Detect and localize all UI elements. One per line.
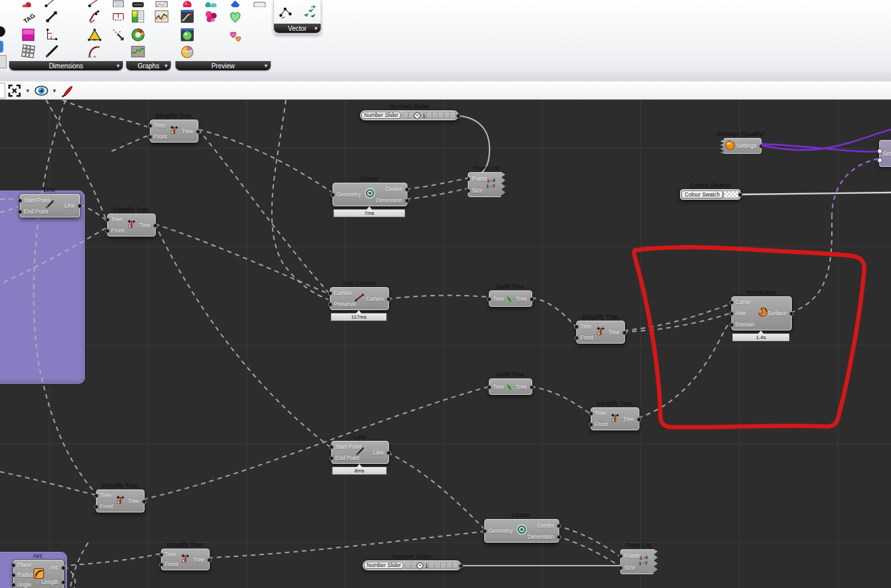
toolbar-tab-graphs[interactable]: Graphs▾ [126,61,171,70]
toolbar-tab-vector[interactable]: Vector▾ [274,24,321,33]
toolbar-icon-line-chart[interactable] [154,9,170,24]
component-join-curves[interactable]: CurvesPreserveCurves [330,287,389,310]
port[interactable] [386,451,391,455]
toolbar-icon-pie-donut[interactable] [130,27,146,43]
wire-endpoint[interactable] [877,158,882,163]
component-number-slider-1[interactable]: Number Slider1 [360,110,459,120]
partial-button[interactable] [0,83,5,99]
component-settings-quality[interactable]: Settings [720,138,762,154]
port[interactable] [759,144,764,148]
toolbar-icon-hearts-small[interactable] [227,27,243,43]
toolbar-icon-arc-dim[interactable]: + [87,43,103,59]
partial-icon[interactable] [0,41,3,53]
component-graft-tree-2[interactable]: TreeTree [489,378,532,395]
component-simplify-tree-5[interactable]: TreeFrontTree [96,489,145,512]
toolbar-icon-tag[interactable]: TAG [20,9,36,24]
slider-knob[interactable] [413,111,422,120]
port[interactable] [105,217,110,222]
port[interactable] [159,553,164,557]
port[interactable] [729,323,734,327]
component-center-2[interactable]: GeometryCenterDimension [484,519,559,543]
node-canvas[interactable]: Simplify TreeTreeFrontTreeSimplify TreeT… [0,100,891,588]
toolbar-icon-sphere-pie[interactable] [179,43,195,59]
toolbar-icon-checker[interactable] [20,43,36,59]
toolbar-icon-black-bar[interactable] [130,0,146,7]
component-simplify-tree-2[interactable]: TreeFrontTree [107,214,156,237]
component-graft-tree-1[interactable]: TreeTree [489,290,532,307]
component-line-2[interactable]: Start PointEnd PointLine [331,441,389,464]
port[interactable] [589,411,593,416]
port[interactable] [557,535,561,539]
component-arc[interactable]: PlaneRadiusAngleArcLength [13,560,64,588]
port[interactable] [530,297,534,302]
port[interactable] [405,187,409,192]
partial-icon[interactable] [0,26,5,37]
port[interactable] [11,583,16,587]
toolbar-icon-photo[interactable] [154,0,170,7]
port[interactable] [159,562,164,567]
eye-icon[interactable] [34,83,49,99]
port[interactable] [18,210,22,214]
component-center-1[interactable]: GeometryCenterDimension [332,183,407,206]
component-revolution[interactable]: CurveAxisDomainSurface [731,296,792,330]
port[interactable] [61,580,66,585]
port[interactable] [618,566,623,570]
toolbar-icon-dark-curve[interactable] [179,9,195,24]
port[interactable] [207,558,212,562]
port[interactable] [329,456,334,461]
component-number-slider-2[interactable]: Number Slider1 [363,560,461,570]
port[interactable] [61,566,66,570]
toolbar-icon-vec-arrows[interactable] [302,4,317,20]
port[interactable] [589,422,593,427]
caret-down-icon[interactable]: ▾ [53,87,57,94]
port[interactable] [574,336,579,340]
component-line-1[interactable]: Start PointEnd PointLine [20,194,80,217]
port[interactable] [466,189,470,193]
component-simplify-tree-1[interactable]: TreeFrontTree [150,120,198,143]
port[interactable] [11,573,16,577]
slider-knob[interactable] [416,561,424,570]
toolbar-icon-dots-cluster[interactable] [203,9,219,24]
toolbar-icon-clipboard[interactable] [110,0,126,7]
toolbar-icon-x-dim[interactable] [110,27,126,43]
port[interactable] [105,229,110,233]
toolbar-icon-serial-dim[interactable] [110,9,126,24]
port[interactable] [328,302,332,307]
port[interactable] [622,330,627,335]
port[interactable] [466,177,470,181]
component-simplify-tree-4[interactable]: TreeFrontTree [591,407,639,430]
toolbar-icon-grad-bar[interactable] [130,9,146,24]
port[interactable] [557,524,561,528]
toolbar-icon-triangle-mesh[interactable] [87,27,103,43]
toolbar-icon-teal-dots[interactable] [203,0,219,7]
toolbar-icon-node-dim[interactable] [44,0,60,7]
port[interactable] [487,385,491,390]
component-colour-swatch[interactable]: Colour Swatch [680,189,741,200]
toolbar-icon-magenta-swatch[interactable] [20,27,36,43]
toolbar-icon-dim-diag[interactable] [44,9,60,24]
port[interactable] [386,297,391,302]
port[interactable] [482,529,487,533]
port[interactable] [729,311,734,316]
port[interactable] [94,505,99,509]
port[interactable] [18,198,22,203]
port[interactable] [729,300,734,305]
port[interactable] [331,192,335,197]
port[interactable] [78,204,82,208]
component-simplify-tree-6[interactable]: TreeFrontTree [161,549,210,570]
port[interactable] [637,417,641,422]
port[interactable] [487,297,491,302]
toolbar-icon-vec-node[interactable] [278,4,294,20]
toolbar-icon-corner-dim[interactable] [44,27,60,43]
colour-swatch-preview[interactable] [723,191,739,198]
toolbar-icon-node-dim2[interactable] [87,0,103,7]
port[interactable] [405,198,409,203]
component-simplify-tree-3[interactable]: TreeFrontTree [576,321,625,344]
toolbar-tab-preview[interactable]: Preview▾ [175,61,271,70]
group-line[interactable] [0,191,85,384]
port[interactable] [459,564,463,568]
caret-down-icon[interactable]: ▾ [26,87,30,94]
port[interactable] [530,385,534,390]
port[interactable] [789,311,794,316]
zoom-extents-icon[interactable] [7,83,22,99]
